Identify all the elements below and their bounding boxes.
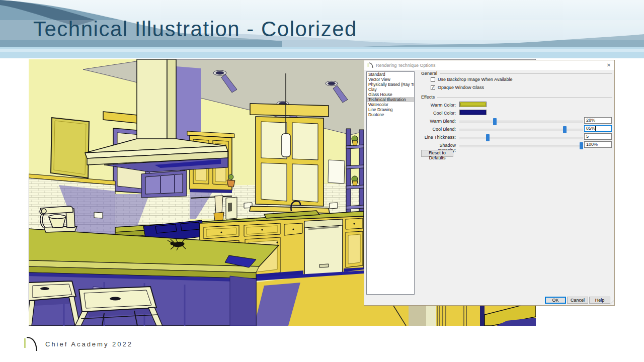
slider-handle[interactable]	[563, 126, 567, 133]
checkbox-row[interactable]: Use Backdrop Image When Available	[431, 77, 512, 82]
color-row: Cool Color:	[421, 110, 612, 117]
presentation-slide: Technical Illustration - Colorized	[0, 0, 644, 362]
dialog-panel: General Use Backdrop Image When Availabl…	[421, 60, 612, 306]
slider-track[interactable]	[459, 145, 583, 147]
ok-button[interactable]: OK	[545, 297, 566, 304]
slider-row: Warm Blend:28%	[421, 118, 612, 125]
technique-option[interactable]: Clay	[367, 87, 414, 92]
help-button[interactable]: Help	[589, 297, 610, 304]
resize-grip[interactable]	[610, 301, 614, 305]
effect-label: Warm Color:	[421, 103, 456, 108]
dishwasher	[304, 219, 343, 277]
effect-label: Cool Color:	[421, 111, 456, 116]
slider-track[interactable]	[459, 137, 583, 139]
technique-option[interactable]: Technical Illustration	[367, 97, 414, 102]
checked-checkbox-icon[interactable]: ✓	[431, 85, 435, 90]
text-caret	[595, 126, 596, 131]
app-logo-icon	[367, 62, 373, 68]
coffee-maker	[226, 197, 237, 219]
chief-architect-logo	[23, 336, 39, 352]
technique-option[interactable]: Watercolor	[367, 102, 414, 107]
technique-option[interactable]: Line Drawing	[367, 107, 414, 112]
wall-picture	[51, 118, 89, 178]
slider-value-field[interactable]: 28%	[584, 117, 612, 124]
technique-option[interactable]: Standard	[367, 72, 414, 77]
slider-row: Cool Blend:85%	[421, 126, 612, 133]
slider-handle[interactable]	[493, 118, 497, 125]
technique-option[interactable]: Duotone	[367, 112, 414, 117]
slider-row: Shadow Intensity:100%	[421, 142, 612, 149]
slider-track[interactable]	[459, 129, 583, 131]
color-swatch[interactable]	[459, 102, 487, 107]
banner: Technical Illustration - Colorized	[0, 0, 644, 58]
slider-handle[interactable]	[486, 134, 490, 141]
technique-option[interactable]: Physically Based (Ray Trace)	[367, 82, 414, 87]
slider-track[interactable]	[459, 121, 583, 123]
dialog-buttons: OKCancelHelp	[545, 297, 611, 304]
slider-value-field[interactable]: 100%	[584, 141, 612, 148]
technique-option[interactable]: Glass House	[367, 92, 414, 97]
rendering-technique-options-dialog: Rendering Technique Options ✕ StandardVe…	[364, 60, 615, 306]
footer: Chief Academy 2022	[23, 336, 133, 352]
effects-group-header: Effects	[421, 95, 612, 100]
effect-label: Warm Blend:	[421, 119, 456, 124]
cancel-button[interactable]: Cancel	[567, 297, 588, 304]
general-group-header: General	[421, 71, 612, 76]
slide-title: Technical Illustration - Colorized	[33, 17, 357, 41]
slider-value-field[interactable]: 85%	[584, 125, 612, 132]
color-swatch[interactable]	[459, 110, 487, 115]
color-row: Warm Color:	[421, 102, 612, 109]
slider-handle[interactable]	[580, 142, 583, 149]
swatch-border	[460, 103, 486, 106]
effect-label: Cool Blend:	[421, 127, 456, 132]
checkbox-label: Use Backdrop Image When Available	[438, 77, 512, 82]
footer-text: Chief Academy 2022	[45, 340, 133, 348]
right-window	[250, 104, 330, 213]
swatch-border	[460, 111, 486, 114]
effect-label: Line Thickness:	[421, 135, 456, 140]
wall-paper	[328, 160, 345, 184]
slider-row: Line Thickness:5	[421, 134, 612, 141]
technique-listbox[interactable]: StandardVector ViewPhysically Based (Ray…	[366, 71, 415, 295]
slider-value-field[interactable]: 5	[584, 133, 612, 140]
checkbox-row[interactable]: ✓Opaque Window Glass	[431, 85, 484, 90]
technique-option[interactable]: Vector View	[367, 77, 414, 82]
reset-to-defaults-button[interactable]: Reset to Defaults	[421, 150, 453, 157]
hood-chimney	[137, 59, 167, 140]
unchecked-checkbox-icon[interactable]	[431, 77, 435, 82]
blender	[214, 196, 224, 221]
checkbox-label: Opaque Window Glass	[438, 85, 484, 90]
